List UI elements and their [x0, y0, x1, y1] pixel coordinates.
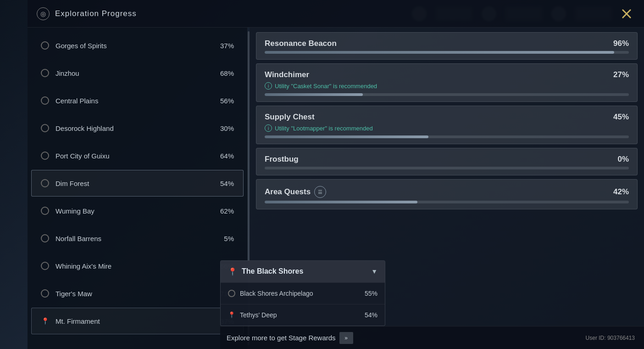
radio-icon [41, 207, 49, 215]
progress-card-supply-chest: Supply Chest45%iUtility "Lootmapper" is … [256, 106, 638, 144]
sidebar-item-name: Central Plains [56, 97, 214, 105]
card-title: Resonance Beacon [265, 39, 337, 48]
card-header: Windchimer27% [265, 70, 629, 79]
pin-icon: 📍 [41, 317, 49, 325]
progress-bar-bg [265, 51, 629, 54]
subtitle-text: Utility "Lootmapper" is recommended [275, 125, 373, 132]
card-subtitle: iUtility "Casket Sonar" is recommended [265, 82, 629, 90]
card-title: Area Quests [265, 187, 311, 197]
user-id: User ID: 903766413 [586, 335, 635, 341]
dropdown-item-black-shores-archipelago[interactable]: Black Shores Archipelago55% [221, 282, 385, 304]
progress-bar-fill [265, 93, 363, 96]
progress-bar-bg [265, 135, 629, 138]
card-title: Supply Chest [265, 113, 315, 122]
sidebar-item-name: Gorges of Spirits [56, 42, 214, 50]
sidebar-item-whining-aixs-mire[interactable]: Whining Aix's Mire66% [31, 253, 244, 279]
sidebar-item-tigers-maw[interactable]: Tiger's Maw71% [31, 280, 244, 307]
sidebar-item-name: Tiger's Maw [56, 290, 214, 298]
sidebar-item-name: Dim Forest [56, 180, 214, 187]
sidebar-item-pct: 56% [220, 97, 234, 105]
close-button[interactable] [618, 6, 635, 22]
exploration-icon: ◎ [37, 7, 50, 20]
sidebar-item-pct: 5% [224, 235, 234, 242]
progress-bar-bg [265, 167, 629, 169]
radio-icon [41, 262, 49, 270]
card-pct: 27% [613, 70, 629, 79]
radio-icon [41, 289, 49, 298]
progress-card-resonance-beacon: Resonance Beacon96% [256, 32, 638, 60]
sidebar-item-name: Jinzhou [56, 69, 214, 77]
sidebar-item-dim-forest[interactable]: Dim Forest54% [31, 170, 244, 197]
progress-bar-bg [265, 93, 629, 96]
progress-bar-bg [265, 201, 629, 203]
card-pct: 42% [613, 187, 629, 197]
info-icon: i [265, 124, 272, 132]
sidebar-item-pct: 30% [220, 124, 234, 132]
page-title: Exploration Progress [55, 9, 137, 18]
dropdown-header-title: The Black Shores [242, 267, 366, 276]
radio-icon [41, 152, 49, 160]
sidebar-item-pct: 64% [220, 152, 234, 160]
progress-card-area-quests: Area Quests☰42% [256, 179, 638, 209]
close-icon [620, 7, 633, 20]
header: ◎ Exploration Progress [28, 0, 644, 28]
dropdown-popup: 📍 The Black Shores ▼ Black Shores Archip… [220, 260, 385, 326]
dropdown-pin-icon: 📍 [228, 311, 235, 318]
radio-icon [41, 124, 49, 132]
sidebar-item-port-city-of-guixu[interactable]: Port City of Guixu64% [31, 142, 244, 169]
dropdown-item-name: Tethys' Deep [240, 311, 360, 319]
subtitle-text: Utility "Casket Sonar" is recommended [275, 83, 377, 90]
dropdown-item-pct: 55% [365, 290, 378, 297]
sidebar-item-pct: 54% [220, 180, 234, 187]
sidebar-item-mt-firmament[interactable]: 📍Mt. Firmament37% [31, 308, 244, 334]
sidebar-item-norfall-barrens[interactable]: Norfall Barrens5% [31, 225, 244, 252]
dropdown-header[interactable]: 📍 The Black Shores ▼ [221, 261, 385, 282]
progress-bar-fill [265, 51, 614, 54]
sidebar-item-name: Whining Aix's Mire [56, 262, 214, 270]
progress-bar-fill [265, 135, 428, 138]
stage-rewards-label: Explore more to get Stage Rewards [227, 334, 336, 342]
dropdown-header-pin-icon: 📍 [228, 267, 237, 276]
card-header: Area Quests☰42% [265, 186, 629, 198]
chevron-right-icon[interactable]: » [339, 332, 353, 344]
dropdown-item-name: Black Shores Archipelago [240, 289, 360, 298]
radio-icon [41, 179, 49, 187]
card-header: Supply Chest45% [265, 113, 629, 122]
card-pct: 96% [613, 39, 629, 48]
sidebar: Gorges of Spirits37%Jinzhou68%Central Pl… [28, 28, 248, 349]
progress-card-windchimer: Windchimer27%iUtility "Casket Sonar" is … [256, 63, 638, 102]
sidebar-item-name: Norfall Barrens [56, 235, 217, 242]
sidebar-item-wuming-bay[interactable]: Wuming Bay62% [31, 197, 244, 224]
progress-bar-fill [265, 201, 417, 203]
sidebar-item-name: Port City of Guixu [56, 152, 214, 160]
sidebar-item-name: Mt. Firmament [56, 317, 214, 325]
sidebar-item-jinzhou[interactable]: Jinzhou68% [31, 60, 244, 86]
sidebar-item-gorges-of-spirits[interactable]: Gorges of Spirits37% [31, 32, 244, 59]
list-icon[interactable]: ☰ [314, 186, 326, 198]
radio-icon [41, 96, 49, 105]
dropdown-item-pct: 54% [365, 311, 378, 319]
sidebar-item-pct: 62% [220, 207, 234, 215]
bottom-bar: Explore more to get Stage Rewards » User… [220, 326, 644, 349]
dropdown-item-tethys-deep[interactable]: 📍Tethys' Deep54% [221, 304, 385, 326]
info-icon: i [265, 82, 272, 90]
radio-icon [41, 41, 49, 50]
stage-rewards-button[interactable]: Explore more to get Stage Rewards » [227, 332, 353, 344]
sidebar-item-desorock-highland[interactable]: Desorock Highland30% [31, 115, 244, 141]
card-header: Frostbug0% [265, 155, 629, 164]
dropdown-chevron-icon: ▼ [371, 268, 378, 275]
sidebar-item-name: Wuming Bay [56, 207, 214, 215]
sidebar-item-name: Desorock Highland [56, 124, 214, 132]
card-subtitle: iUtility "Lootmapper" is recommended [265, 124, 629, 132]
card-pct: 0% [617, 155, 629, 164]
card-header: Resonance Beacon96% [265, 39, 629, 48]
sidebar-item-pct: 68% [220, 69, 234, 77]
progress-card-frostbug: Frostbug0% [256, 148, 638, 175]
card-title: Windchimer [265, 70, 309, 79]
radio-icon [41, 234, 49, 242]
card-pct: 45% [613, 113, 629, 122]
card-title: Frostbug [265, 155, 299, 164]
sidebar-item-pct: 37% [220, 42, 234, 50]
radio-icon [41, 69, 49, 77]
sidebar-item-central-plains[interactable]: Central Plains56% [31, 87, 244, 114]
